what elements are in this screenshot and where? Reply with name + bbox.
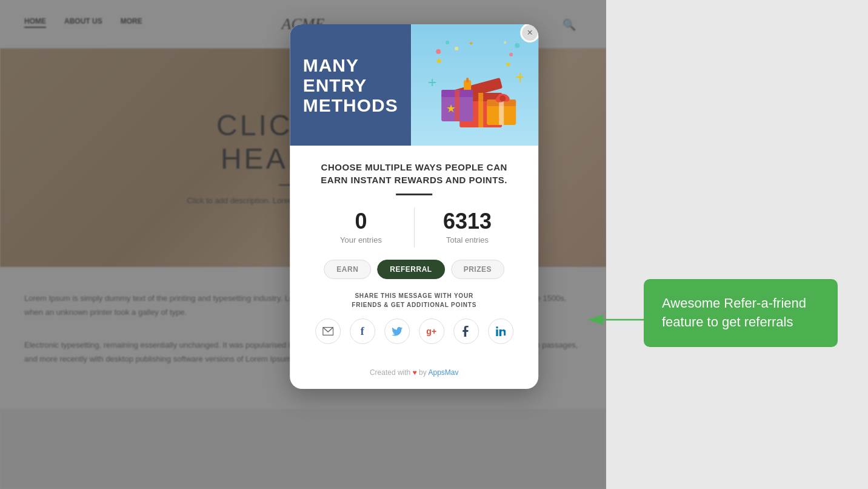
svg-point-33	[496, 326, 498, 329]
modal-body: CHOOSE MULTIPLE WAYS PEOPLE CAN EARN INS…	[290, 146, 538, 368]
modal-header-title: MANY ENTRY METHODS	[303, 55, 398, 115]
svg-text:★: ★	[435, 56, 443, 66]
svg-point-3	[446, 41, 449, 44]
modal-header: MANY ENTRY METHODS ★ ★ ✦	[290, 24, 538, 146]
svg-text:★: ★	[505, 60, 512, 69]
your-entries-block: 0 Your entries	[308, 207, 415, 248]
right-panel	[606, 0, 868, 489]
footer-middle: by	[419, 368, 427, 377]
tab-earn[interactable]: EARN	[324, 260, 371, 279]
svg-text:★: ★	[446, 103, 456, 115]
callout-box: Awesome Refer-a-friend feature to get re…	[644, 279, 838, 347]
gifts-illustration: ★ ★ ✦ ★	[426, 36, 523, 133]
svg-rect-15	[466, 78, 469, 83]
callout-arrow	[583, 314, 644, 326]
callout-text: Awesome Refer-a-friend feature to get re…	[662, 295, 806, 329]
heart-icon: ♥	[413, 368, 417, 377]
svg-point-2	[436, 49, 441, 54]
tumblr-share-button[interactable]	[453, 319, 479, 344]
entries-section: 0 Your entries 6313 Total entries	[308, 207, 520, 248]
svg-point-26	[499, 95, 506, 101]
total-entries-block: 6313 Total entries	[415, 207, 521, 248]
referral-text: SHARE THIS MESSAGE WITH YOUR FRIENDS & G…	[308, 291, 520, 309]
total-entries-number: 6313	[424, 211, 512, 232]
your-entries-label: Your entries	[317, 235, 405, 244]
modal-header-left: MANY ENTRY METHODS	[290, 24, 411, 146]
social-share-buttons: f g+	[308, 319, 520, 344]
svg-point-7	[504, 41, 506, 44]
svg-point-4	[455, 47, 458, 50]
facebook-share-button[interactable]: f	[350, 319, 375, 344]
footer-prefix: Created with	[370, 368, 410, 377]
your-entries-number: 0	[317, 211, 405, 232]
svg-point-5	[509, 53, 513, 56]
tab-prizes[interactable]: PRIZES	[451, 260, 504, 279]
svg-text:✦: ✦	[469, 40, 473, 47]
modal-close-button[interactable]: ×	[520, 24, 538, 42]
modal-footer: Created with ♥ by AppsMav	[290, 368, 538, 389]
modal-divider	[396, 194, 432, 195]
modal-popup: × MANY ENTRY METHODS ★ ★	[290, 24, 538, 389]
appsmav-link[interactable]: AppsMav	[428, 368, 458, 377]
modal-subtitle: CHOOSE MULTIPLE WAYS PEOPLE CAN EARN INS…	[308, 161, 520, 186]
email-share-button[interactable]	[315, 319, 341, 344]
total-entries-label: Total entries	[424, 235, 512, 244]
modal-tabs: EARN REFERRAL PRIZES	[308, 260, 520, 279]
svg-rect-23	[499, 99, 504, 125]
svg-point-6	[515, 43, 519, 48]
twitter-share-button[interactable]	[384, 319, 410, 344]
tab-referral[interactable]: REFERRAL	[377, 260, 444, 279]
svg-rect-16	[478, 93, 483, 127]
linkedin-share-button[interactable]	[488, 319, 513, 344]
modal-header-right: ★ ★ ✦ ★	[411, 24, 538, 146]
svg-rect-32	[496, 329, 498, 336]
googleplus-share-button[interactable]: g+	[419, 319, 444, 344]
